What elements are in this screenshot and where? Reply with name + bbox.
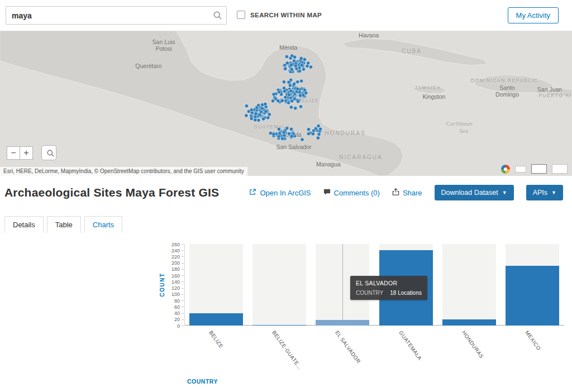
- apis-button[interactable]: APIs ▼: [526, 185, 563, 200]
- chart-column-band[interactable]: [442, 244, 496, 326]
- y-tick-mark: [182, 281, 184, 282]
- y-tick-mark: [182, 244, 184, 245]
- hover-crosshair-line: [342, 244, 343, 326]
- map-search-button[interactable]: [41, 145, 56, 160]
- tooltip-title: EL SALVADOR: [356, 280, 422, 286]
- extent-box-active[interactable]: [531, 164, 547, 174]
- basemap-switcher-icon[interactable]: [501, 165, 510, 174]
- zoom-out-button[interactable]: −: [7, 146, 20, 160]
- download-dataset-button[interactable]: Download Dataset ▼: [435, 185, 514, 200]
- tab-charts[interactable]: Charts: [84, 216, 122, 234]
- apis-label: APIs: [533, 189, 547, 197]
- x-tick-label: MEXICO: [524, 329, 542, 351]
- x-tick-label: BELIZE-GUATE...: [271, 329, 303, 371]
- y-tick-label: 180: [165, 266, 180, 272]
- tab-bar: DetailsTableCharts: [0, 216, 572, 233]
- my-activity-button[interactable]: My Activity: [508, 7, 559, 23]
- search-within-map-label: SEARCH WITHIN MAP: [250, 12, 322, 18]
- topbar: SEARCH WITHIN MAP My Activity: [0, 0, 572, 31]
- comments-link[interactable]: Comments (0): [323, 188, 380, 197]
- y-tick-label: 200: [165, 260, 180, 266]
- y-tick-mark: [182, 300, 184, 301]
- comment-bubble-icon: [323, 188, 331, 197]
- search-icon[interactable]: [213, 11, 222, 20]
- title-row: Archaeological Sites Maya Forest GIS Ope…: [0, 176, 572, 209]
- extent-box[interactable]: [552, 164, 568, 174]
- x-tick-label: HONDURAS: [461, 329, 485, 360]
- y-tick-label: 80: [165, 298, 180, 304]
- map[interactable]: San LuisPotosiQuerétaroMéridaHavanaCUBAJ…: [0, 31, 572, 176]
- page: SEARCH WITHIN MAP My Activity San LuisPo…: [0, 0, 572, 392]
- y-tick-label: 140: [165, 279, 180, 285]
- share-label: Share: [403, 189, 422, 197]
- y-tick-mark: [182, 263, 184, 264]
- search-within-map-checkbox[interactable]: [237, 11, 245, 19]
- zoom-in-button[interactable]: +: [20, 146, 33, 160]
- y-tick-mark: [182, 256, 184, 257]
- search-input[interactable]: [6, 6, 227, 25]
- bar-chart: COUNT 2602402202001801601401201008060402…: [0, 233, 572, 392]
- chevron-down-icon: ▼: [502, 190, 507, 195]
- tab-table[interactable]: Table: [47, 216, 81, 234]
- y-tick-mark: [182, 275, 184, 276]
- x-tick-label: GUATEMALA: [398, 329, 423, 361]
- y-tick-mark: [182, 250, 184, 251]
- y-tick-mark: [182, 319, 184, 320]
- y-tick-mark: [182, 307, 184, 307]
- external-link-icon: [249, 188, 256, 197]
- page-title: Archaeological Sites Maya Forest GIS: [4, 186, 219, 199]
- search-box: [6, 6, 227, 25]
- chart-bar[interactable]: [189, 313, 243, 326]
- y-tick-label: 20: [165, 317, 180, 322]
- magnifier-icon: [46, 151, 55, 159]
- y-tick-label: 0: [165, 323, 180, 329]
- chart-bar[interactable]: [506, 266, 559, 326]
- comments-label: Comments (0): [334, 189, 380, 197]
- y-tick-label: 240: [165, 248, 180, 254]
- minimap-toggle-icon[interactable]: [515, 166, 526, 173]
- y-axis-title: COUNT: [159, 273, 165, 297]
- y-tick-label: 40: [165, 310, 180, 316]
- y-tick-mark: [182, 269, 184, 270]
- chart-bar[interactable]: [252, 325, 306, 326]
- y-tick-label: 160: [165, 273, 180, 279]
- tooltip-value: 18 Locations: [390, 290, 422, 296]
- y-tick-label: 260: [165, 242, 180, 247]
- open-in-arcgis-link[interactable]: Open In ArcGIS: [249, 188, 311, 197]
- share-link[interactable]: Share: [392, 188, 422, 197]
- tooltip-label: COUNTRY: [356, 290, 383, 296]
- y-tick-label: 120: [165, 285, 180, 291]
- x-tick-label: EL SALVADOR: [334, 329, 362, 365]
- y-tick-label: 60: [165, 304, 180, 310]
- basemap-controls: [501, 164, 568, 174]
- map-landmass: [0, 31, 572, 176]
- map-attribution: Esri, HERE, DeLorme, MapmyIndia, © OpenS…: [0, 167, 247, 176]
- x-tick-label: BELIZE: [208, 329, 225, 349]
- y-tick-mark: [182, 313, 184, 314]
- x-axis-title: COUNTRY: [187, 378, 218, 385]
- y-tick-mark: [182, 326, 184, 326]
- y-tick-mark: [182, 294, 184, 295]
- y-tick-label: 100: [165, 291, 180, 297]
- chevron-down-icon: ▼: [551, 190, 556, 195]
- y-tick-mark: [182, 288, 184, 289]
- tab-details[interactable]: Details: [4, 216, 44, 234]
- chart-bar[interactable]: [316, 320, 369, 326]
- open-in-arcgis-label: Open In ArcGIS: [260, 189, 311, 197]
- title-actions: Open In ArcGIS Comments (0) Share Downlo…: [249, 185, 563, 200]
- download-dataset-label: Download Dataset: [441, 189, 498, 197]
- chart-tooltip: EL SALVADOR COUNTRY 18 Locations: [350, 276, 427, 300]
- search-within-map[interactable]: SEARCH WITHIN MAP: [237, 11, 322, 19]
- chart-bar[interactable]: [442, 319, 496, 326]
- share-icon: [392, 188, 399, 197]
- y-tick-label: 220: [165, 254, 180, 260]
- chart-column-band[interactable]: [252, 244, 306, 326]
